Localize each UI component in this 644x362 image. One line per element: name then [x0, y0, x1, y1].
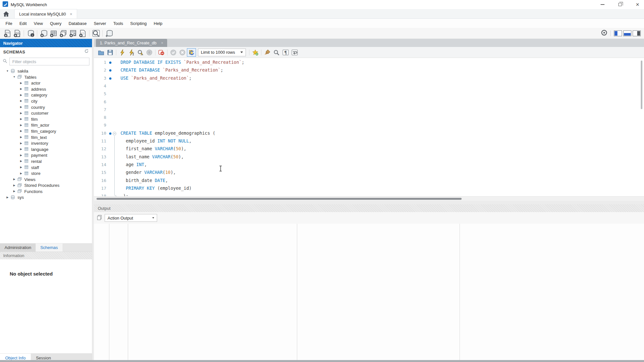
execute-button[interactable] [118, 48, 127, 57]
create-table-button[interactable] [49, 29, 58, 38]
chevron-collapsed-icon[interactable]: ▶ [13, 178, 16, 181]
close-button[interactable]: × [634, 1, 641, 8]
execute-current-button[interactable] [127, 48, 136, 57]
reconnect-dbms-button[interactable] [104, 29, 114, 38]
toggle-left-panel-button[interactable] [614, 30, 622, 36]
chevron-collapsed-icon[interactable]: ▶ [13, 184, 16, 187]
new-sql-tab-button[interactable]: SQL [3, 29, 12, 38]
sidebar-item-sys[interactable]: ▶sys [0, 194, 92, 200]
chevron-collapsed-icon[interactable]: ▶ [19, 112, 23, 115]
sidebar-item-sakila[interactable]: ▼sakila [0, 68, 92, 74]
explain-button[interactable] [136, 48, 145, 57]
output-type-select[interactable]: Action Output [105, 214, 157, 222]
connection-tab-close-icon[interactable]: × [70, 12, 73, 17]
sidebar-item-functions[interactable]: ▶Functions [0, 188, 92, 195]
chevron-collapsed-icon[interactable]: ▶ [6, 196, 9, 199]
menu-tools[interactable]: Tools [110, 19, 127, 28]
toggle-autocommit-button[interactable] [187, 48, 196, 57]
sidebar-item-inventory[interactable]: ▶inventory [0, 140, 92, 146]
find-button[interactable] [272, 48, 281, 57]
create-schema-button[interactable] [39, 29, 49, 38]
beautify-button[interactable] [263, 48, 272, 57]
commit-button[interactable] [169, 48, 178, 57]
sidebar-item-payment[interactable]: ▶payment [0, 152, 92, 158]
chevron-collapsed-icon[interactable]: ▶ [19, 94, 23, 96]
search-table-data-button[interactable] [91, 29, 101, 38]
filter-objects-input[interactable] [9, 58, 89, 65]
toggle-right-panel-button[interactable] [633, 30, 641, 36]
refresh-schemas-icon[interactable] [84, 49, 89, 55]
menu-server[interactable]: Server [90, 19, 109, 28]
chevron-collapsed-icon[interactable]: ▶ [19, 124, 23, 127]
tab-administration[interactable]: Administration [0, 243, 36, 252]
sidebar-item-address[interactable]: ▶address [0, 86, 92, 92]
toggle-stop-on-error-button[interactable] [157, 48, 166, 57]
sidebar-item-stored-procedures[interactable]: ▶Stored Procedures [0, 182, 92, 188]
sidebar-item-city[interactable]: ▶city [0, 98, 92, 104]
sidebar-item-tables[interactable]: ▼Tables [0, 74, 92, 80]
menu-query[interactable]: Query [46, 19, 65, 28]
chevron-collapsed-icon[interactable]: ▶ [19, 172, 23, 175]
editor-tab-close-icon[interactable]: × [161, 41, 163, 45]
code-fold-icon[interactable] [113, 132, 116, 135]
sql-code-editor[interactable]: 1DROP DATABASE IF EXISTS `Parks_and_Recr… [94, 58, 644, 196]
connection-tab[interactable]: Local instance MySQL80 × [14, 9, 77, 18]
chevron-collapsed-icon[interactable]: ▶ [19, 154, 23, 157]
menu-file[interactable]: File [2, 19, 16, 28]
sidebar-item-category[interactable]: ▶category [0, 92, 92, 98]
editor-tab[interactable]: 1. Parks_and_Rec_Create_db × [96, 39, 167, 47]
chevron-collapsed-icon[interactable]: ▶ [13, 190, 16, 193]
chevron-expanded-icon[interactable]: ▼ [6, 70, 9, 73]
sidebar-item-rental[interactable]: ▶rental [0, 158, 92, 164]
chevron-collapsed-icon[interactable]: ▶ [19, 136, 23, 139]
table-inspector-button[interactable]: i [26, 29, 35, 38]
chevron-collapsed-icon[interactable]: ▶ [19, 160, 23, 163]
chevron-collapsed-icon[interactable]: ▶ [19, 118, 23, 120]
chevron-collapsed-icon[interactable]: ▶ [19, 87, 23, 90]
sidebar-item-staff[interactable]: ▶staff [0, 164, 92, 171]
chevron-collapsed-icon[interactable]: ▶ [19, 130, 23, 132]
chevron-expanded-icon[interactable]: ▼ [13, 75, 16, 78]
chevron-collapsed-icon[interactable]: ▶ [19, 82, 23, 85]
menu-scripting[interactable]: Scripting [127, 19, 150, 28]
sidebar-item-views[interactable]: ▶Views [0, 176, 92, 183]
toggle-bottom-panel-button[interactable] [623, 30, 631, 36]
open-script-button[interactable] [97, 48, 106, 57]
chevron-collapsed-icon[interactable]: ▶ [19, 142, 23, 145]
sidebar-item-film-category[interactable]: ▶film_category [0, 128, 92, 134]
create-procedure-button[interactable] [68, 29, 78, 38]
sidebar-item-actor[interactable]: ▶actor [0, 80, 92, 86]
vertical-scrollbar-thumb[interactable] [641, 61, 642, 109]
rollback-button[interactable] [178, 48, 187, 57]
menu-edit[interactable]: Edit [16, 19, 30, 28]
horizontal-scrollbar-thumb[interactable] [97, 198, 462, 200]
menu-help[interactable]: Help [150, 19, 166, 28]
open-sql-script-button[interactable]: SQL [12, 29, 22, 38]
sidebar-item-film[interactable]: ▶film [0, 116, 92, 122]
restore-button[interactable] [617, 1, 623, 8]
tab-schemas[interactable]: Schemas [36, 243, 62, 252]
menu-database[interactable]: Database [65, 19, 90, 28]
chevron-collapsed-icon[interactable]: ▶ [19, 166, 23, 169]
sidebar-item-film-actor[interactable]: ▶film_actor [0, 122, 92, 128]
chevron-collapsed-icon[interactable]: ▶ [19, 148, 23, 151]
chevron-collapsed-icon[interactable]: ▶ [19, 99, 23, 102]
save-script-button[interactable] [106, 48, 115, 57]
horizontal-scrollbar[interactable] [94, 196, 644, 201]
home-tab[interactable] [0, 9, 12, 18]
toggle-wrap-button[interactable] [290, 48, 299, 57]
sidebar-item-country[interactable]: ▶country [0, 104, 92, 110]
vertical-scrollbar[interactable] [639, 59, 643, 195]
create-view-button[interactable] [58, 29, 68, 38]
sidebar-item-store[interactable]: ▶store [0, 170, 92, 176]
chevron-collapsed-icon[interactable]: ▶ [19, 106, 23, 108]
sidebar-item-film-text[interactable]: ▶film_text [0, 134, 92, 141]
show-invisibles-button[interactable]: ¶ [281, 48, 290, 57]
limit-rows-select[interactable]: Limit to 1000 rows [198, 49, 246, 56]
minimize-button[interactable] [599, 1, 606, 8]
sidebar-item-language[interactable]: ▶language [0, 146, 92, 153]
stop-button[interactable] [145, 48, 154, 57]
menu-view[interactable]: View [30, 19, 46, 28]
save-snippet-button[interactable] [251, 48, 260, 57]
sidebar-item-customer[interactable]: ▶customer [0, 110, 92, 116]
